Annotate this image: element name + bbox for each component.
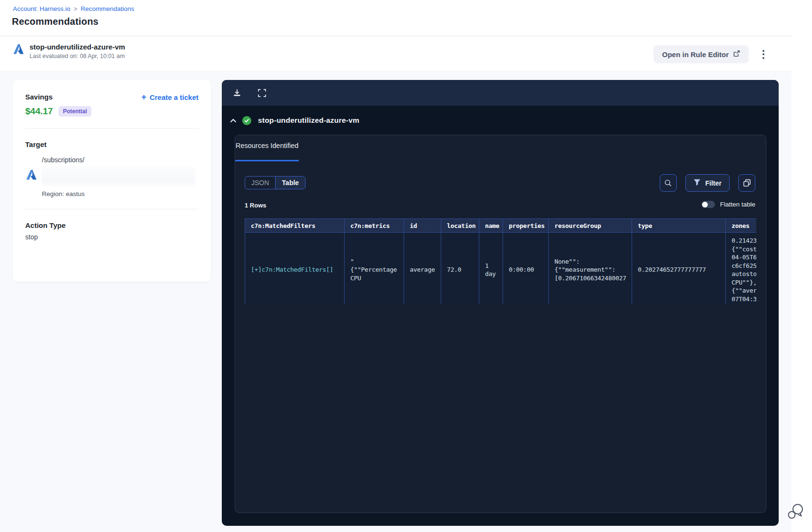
last-evaluated-text: Last evaluated on: 08 Apr, 10:01 am xyxy=(30,53,125,59)
filter-button[interactable]: Filter xyxy=(685,174,730,192)
savings-value: $44.17 xyxy=(25,106,53,117)
open-rule-editor-label: Open in Rule Editor xyxy=(662,50,729,59)
table-header-row: c7n:MatchedFilters c7n:metrics id locati… xyxy=(245,219,757,233)
filter-icon xyxy=(693,179,701,187)
redacted-target-id xyxy=(42,166,195,187)
page-title: Recommendations xyxy=(12,16,99,27)
col-resource-group: resourceGroup xyxy=(549,219,632,233)
table-view-toggle[interactable]: Table xyxy=(275,177,305,189)
results-rule-title: stop-underutilized-azure-vm xyxy=(258,116,359,125)
top-header: Account: Harness.io>Recommendations Reco… xyxy=(0,0,792,36)
right-gutter xyxy=(792,0,812,532)
table-row: [+]c7n:MatchedFilters[] " {""Percentage … xyxy=(245,233,757,305)
tab-active-underline xyxy=(235,160,299,161)
cell-resource-group: None"": {""measurement"": [0.20671066342… xyxy=(549,233,632,305)
copy-button[interactable] xyxy=(738,174,755,192)
success-check-icon xyxy=(242,116,251,125)
create-ticket-button[interactable]: + Create a ticket xyxy=(141,93,198,101)
azure-icon xyxy=(25,156,38,197)
download-button[interactable] xyxy=(232,88,242,98)
cell-zones: 0.21423 {""cost 04-05T6 c6cf625 autosto … xyxy=(726,233,757,305)
rule-name: stop-underutilized-azure-vm xyxy=(30,43,125,51)
cell-location: 72.0 xyxy=(441,233,479,305)
azure-icon xyxy=(12,43,25,59)
external-link-icon xyxy=(733,50,740,59)
expand-matched-filters-link[interactable]: [+]c7n:MatchedFilters[] xyxy=(251,266,333,273)
collapse-chevron-button[interactable] xyxy=(228,115,238,126)
potential-badge: Potential xyxy=(59,106,91,117)
breadcrumb: Account: Harness.io>Recommendations xyxy=(13,5,134,12)
cell-type: 0.20274652777777777 xyxy=(632,233,726,305)
support-chat-button[interactable] xyxy=(785,502,806,522)
flatten-table-label: Flatten table xyxy=(720,201,755,208)
rows-count: 1 Rows xyxy=(245,202,267,209)
recommendation-detail-page: Account: Harness.io>Recommendations Reco… xyxy=(0,0,812,532)
results-toolbar xyxy=(222,80,779,106)
target-path: /subscriptions/ xyxy=(42,156,198,164)
resources-card: Resources Identified JSON Table xyxy=(235,135,766,513)
view-mode-toggle: JSON Table xyxy=(245,176,306,189)
divider xyxy=(25,209,198,209)
cell-metrics: " {""Percentage CPU xyxy=(345,233,404,305)
content-area: Savings + Create a ticket $44.17 Potenti… xyxy=(0,72,792,532)
action-type-label: Action Type xyxy=(25,221,198,229)
summary-card: Savings + Create a ticket $44.17 Potenti… xyxy=(13,80,211,282)
col-zones: zones xyxy=(726,219,757,233)
col-metrics: c7n:metrics xyxy=(345,219,404,233)
plus-icon: + xyxy=(141,93,147,101)
breadcrumb-link-recommendations[interactable]: Recommendations xyxy=(80,5,134,12)
tab-resources-identified[interactable]: Resources Identified xyxy=(235,142,299,149)
cell-name: 1 day xyxy=(479,233,503,305)
rule-header: stop-underutilized-azure-vm Last evaluat… xyxy=(0,37,792,71)
action-type-value: stop xyxy=(25,233,198,241)
col-name: name xyxy=(479,219,503,233)
col-properties: properties xyxy=(503,219,549,233)
create-ticket-label: Create a ticket xyxy=(149,93,198,101)
col-type: type xyxy=(632,219,726,233)
search-button[interactable] xyxy=(660,174,677,192)
results-panel: stop-underutilized-azure-vm Resources Id… xyxy=(222,80,779,526)
resources-table: c7n:MatchedFilters c7n:metrics id locati… xyxy=(245,218,756,305)
resources-table-scroll[interactable]: c7n:MatchedFilters c7n:metrics id locati… xyxy=(245,218,756,305)
col-matched-filters: c7n:MatchedFilters xyxy=(245,219,345,233)
open-rule-editor-button[interactable]: Open in Rule Editor xyxy=(654,45,749,63)
divider xyxy=(25,128,198,128)
fullscreen-button[interactable] xyxy=(257,88,267,98)
cell-matched-filters: [+]c7n:MatchedFilters[] xyxy=(245,233,345,305)
breadcrumb-link-account[interactable]: Account: Harness.io xyxy=(13,5,70,12)
breadcrumb-separator: > xyxy=(74,5,78,12)
cell-properties: 0:00:00 xyxy=(503,233,549,305)
cell-id: average xyxy=(404,233,441,305)
main-column: Account: Harness.io>Recommendations Reco… xyxy=(0,0,792,532)
flatten-table-toggle[interactable] xyxy=(702,201,715,208)
kebab-menu-button[interactable] xyxy=(758,47,769,61)
target-label: Target xyxy=(25,140,198,148)
savings-label: Savings xyxy=(25,93,53,101)
col-location: location xyxy=(441,219,479,233)
col-id: id xyxy=(404,219,441,233)
json-view-toggle[interactable]: JSON xyxy=(245,177,275,189)
filter-label: Filter xyxy=(705,179,722,187)
target-region: Region: eastus xyxy=(42,190,198,197)
